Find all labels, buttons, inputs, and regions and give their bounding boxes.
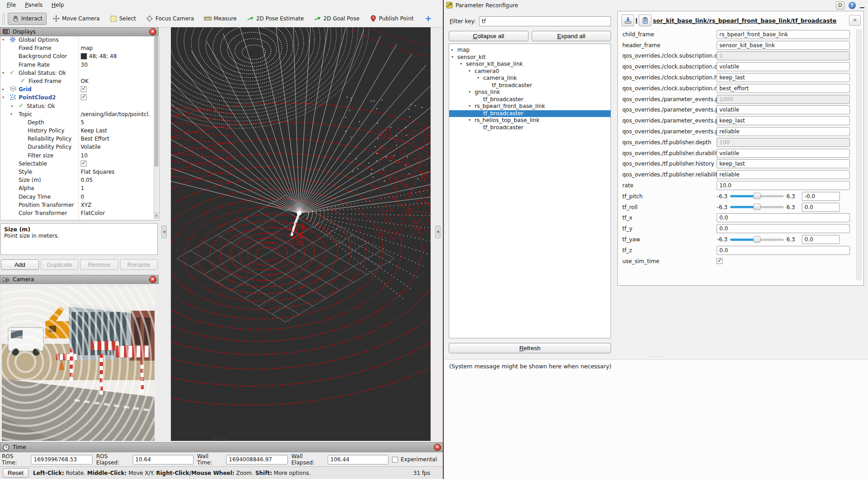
- frame-tree-item[interactable]: ▾rs_bpearl_front_base_link: [449, 103, 611, 110]
- close-icon[interactable]: ×: [149, 276, 156, 283]
- parameter-input[interactable]: keep_last: [717, 73, 850, 82]
- toolbar-drag-handle[interactable]: [2, 13, 5, 24]
- menu-file[interactable]: File: [3, 1, 20, 9]
- property-value[interactable]: 10: [81, 152, 87, 159]
- property-value[interactable]: OK: [81, 78, 88, 84]
- display-property-row[interactable]: ▾PointCloud2: [0, 94, 159, 102]
- checkbox-checked[interactable]: [81, 161, 87, 166]
- collapse-all-button[interactable]: Collapse all: [449, 31, 529, 41]
- filter-key-input[interactable]: tf: [479, 16, 611, 26]
- frame-tree-item[interactable]: ▾gnss_link: [449, 89, 611, 96]
- checkbox-checked[interactable]: [81, 94, 87, 100]
- frame-tree-item[interactable]: ▾sensor_kit: [449, 54, 611, 61]
- expander-closed-icon[interactable]: ▸: [2, 87, 4, 91]
- displays-scrollbar[interactable]: ▾: [154, 36, 159, 219]
- save-file-button[interactable]: [639, 15, 651, 26]
- close-tab-icon[interactable]: ×: [849, 15, 861, 26]
- display-property-row[interactable]: ▸Grid: [0, 86, 159, 94]
- property-value[interactable]: Best Effort: [81, 136, 109, 142]
- parameter-input[interactable]: keep_last: [717, 116, 850, 125]
- display-property-row[interactable]: Depth5: [0, 119, 159, 127]
- display-property-row[interactable]: ▸✓Status: Ok: [0, 103, 159, 111]
- expander-open-icon[interactable]: ▾: [460, 62, 462, 66]
- add-button[interactable]: Add: [1, 259, 39, 270]
- tool-2d-pose-estimate[interactable]: 2D Pose Estimate: [242, 13, 308, 25]
- parameter-input[interactable]: best_effort: [717, 84, 850, 93]
- property-value[interactable]: 5: [81, 119, 84, 126]
- tree-column-divider[interactable]: [78, 36, 79, 220]
- collapse-left-handle[interactable]: ◀: [161, 225, 167, 238]
- parameter-input[interactable]: 0.0: [717, 213, 850, 222]
- parameter-input[interactable]: -0.0: [802, 192, 840, 201]
- parameter-input[interactable]: 0.0: [717, 246, 850, 255]
- reset-button[interactable]: Reset: [3, 468, 29, 478]
- property-value[interactable]: 1: [81, 185, 84, 191]
- display-property-row[interactable]: Filter size10: [0, 152, 159, 160]
- rename-button[interactable]: Rename: [120, 259, 158, 270]
- time-panel-header[interactable]: Time ×: [0, 442, 443, 452]
- expand-all-button[interactable]: Expand all: [532, 31, 611, 41]
- parameter-input[interactable]: sensor_kit_base_link: [717, 41, 850, 50]
- expander-open-icon[interactable]: ▾: [477, 76, 479, 80]
- slider-handle[interactable]: [753, 193, 761, 199]
- slider-track[interactable]: [730, 206, 784, 208]
- parameter-input[interactable]: keep_last: [717, 159, 850, 168]
- display-property-row[interactable]: Selectable: [0, 160, 159, 168]
- display-property-row[interactable]: Alpha1: [0, 185, 159, 193]
- property-value[interactable]: Flat Squares: [81, 169, 115, 175]
- tool-interact[interactable]: Interact: [8, 13, 47, 25]
- expander-open-icon[interactable]: ▾: [2, 38, 4, 42]
- display-property-row[interactable]: ▾Global Options: [0, 36, 159, 44]
- scrollbar-down-arrow-icon[interactable]: ▾: [154, 213, 159, 219]
- display-property-row[interactable]: ▾✓Global Status: Ok: [0, 69, 159, 78]
- parameter-input[interactable]: 0.0: [802, 235, 840, 244]
- display-property-row[interactable]: Size (m)0.05: [0, 176, 159, 185]
- display-property-row[interactable]: StyleFlat Squares: [0, 168, 159, 176]
- parameter-input[interactable]: volatile: [717, 149, 850, 158]
- property-value[interactable]: XYZ: [81, 202, 92, 208]
- add-tool-button[interactable]: +: [422, 14, 434, 23]
- frame-tree-item[interactable]: tf_broadcaster: [449, 110, 611, 117]
- tool-publish-point[interactable]: Publish Point: [365, 13, 417, 25]
- tool-measure[interactable]: Measure: [200, 13, 241, 25]
- display-property-row[interactable]: Reliability PolicyBest Effort: [0, 135, 159, 143]
- displays-panel-header[interactable]: Displays ×: [0, 27, 159, 36]
- menu-help[interactable]: Help: [48, 1, 68, 9]
- tool-move-camera[interactable]: Move Camera: [48, 13, 104, 25]
- minimize-icon[interactable]: [860, 7, 864, 8]
- frame-tree-item[interactable]: tf_broadcaster: [449, 82, 611, 89]
- expander-closed-icon[interactable]: ▸: [11, 104, 13, 108]
- duplicate-button[interactable]: Duplicate: [41, 259, 79, 270]
- tool-select[interactable]: Select: [106, 13, 140, 25]
- parameter-checkbox[interactable]: [717, 258, 723, 264]
- 3d-viewport[interactable]: [171, 27, 431, 441]
- property-value[interactable]: [81, 94, 87, 100]
- close-icon[interactable]: ×: [434, 444, 441, 451]
- parameter-input[interactable]: reliable: [717, 170, 850, 179]
- slider-track[interactable]: [730, 239, 784, 241]
- expander-closed-icon[interactable]: ▸: [451, 48, 453, 52]
- expander-open-icon[interactable]: ▾: [469, 90, 470, 94]
- display-property-row[interactable]: ✓Fixed FrameOK: [0, 78, 159, 86]
- slider-handle[interactable]: [753, 204, 761, 210]
- display-property-row[interactable]: ▾Topic/sensing/lidar/top/pointcl.: [0, 111, 159, 119]
- frame-tree-item[interactable]: tf_broadcaster: [449, 124, 611, 132]
- property-value[interactable]: FlatColor: [81, 210, 105, 216]
- expander-open-icon[interactable]: ▾: [469, 104, 470, 108]
- remove-button[interactable]: Remove: [80, 259, 118, 270]
- load-file-button[interactable]: [621, 15, 634, 26]
- close-icon[interactable]: ×: [149, 28, 156, 35]
- property-value[interactable]: map: [81, 45, 93, 51]
- expander-open-icon[interactable]: ▾: [10, 112, 12, 116]
- display-property-row[interactable]: Decay Time0: [0, 193, 159, 201]
- frame-tree-item[interactable]: ▾rs_helios_top_base_link: [449, 117, 611, 124]
- slider-track[interactable]: [730, 195, 784, 197]
- expander-open-icon[interactable]: ▾: [469, 69, 470, 73]
- dock-button[interactable]: D: [836, 1, 844, 10]
- editor-scrollbar[interactable]: [856, 29, 862, 280]
- parameter-input[interactable]: rs_bpearl_front_base_link: [717, 30, 850, 39]
- frame-tree-item[interactable]: ▸map: [449, 47, 611, 54]
- parameter-input[interactable]: reliable: [717, 127, 850, 136]
- property-value[interactable]: [81, 161, 87, 166]
- scrollbar-thumb[interactable]: [155, 37, 158, 166]
